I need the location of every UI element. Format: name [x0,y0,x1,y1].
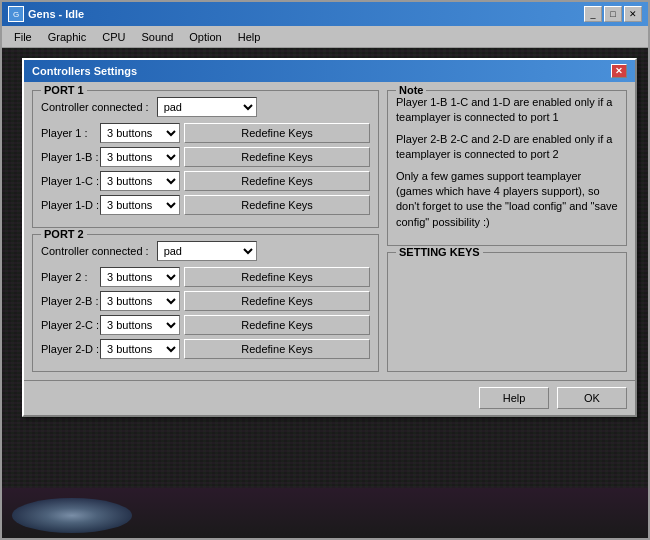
port1-player1c-select[interactable]: 3 buttons 6 buttons none [100,171,180,191]
menu-option[interactable]: Option [181,30,229,44]
port2-player2b-redefine-button[interactable]: Redefine Keys [184,291,370,311]
title-buttons: _ □ ✕ [584,6,642,22]
port1-player1-select[interactable]: 3 buttons 6 buttons none [100,123,180,143]
menu-file[interactable]: File [6,30,40,44]
menu-sound[interactable]: Sound [134,30,182,44]
port1-connected-row: Controller connected : pad teamplayer no… [41,97,370,117]
dialog-close-button[interactable]: ✕ [611,64,627,78]
port1-player1c-row: Player 1-C : 3 buttons 6 buttons none Re… [41,171,370,191]
port1-legend: PORT 1 [41,84,87,96]
note-paragraph-3: Only a few games support teamplayer (gam… [396,169,618,231]
note-content: Player 1-B 1-C and 1-D are enabled only … [396,95,618,230]
port2-player2c-redefine-button[interactable]: Redefine Keys [184,315,370,335]
title-bar: G Gens - Idle _ □ ✕ [2,2,648,26]
port2-player2d-row: Player 2-D : 3 buttons 6 buttons none Re… [41,339,370,359]
dialog-footer: Help OK [24,380,635,415]
port2-player2-row: Player 2 : 3 buttons 6 buttons none Rede… [41,267,370,287]
bottom-graphic [12,498,132,533]
port1-player1-label: Player 1 : [41,127,96,139]
menu-help[interactable]: Help [230,30,269,44]
port1-player1b-row: Player 1-B : 3 buttons 6 buttons none Re… [41,147,370,167]
main-area: Controllers Settings ✕ PORT 1 Controller… [2,48,648,538]
port2-player2-label: Player 2 : [41,271,96,283]
port2-player2b-label: Player 2-B : [41,295,96,307]
port1-player1b-label: Player 1-B : [41,151,96,163]
dialog-body: PORT 1 Controller connected : pad teampl… [24,82,635,380]
port2-player2b-row: Player 2-B : 3 buttons 6 buttons none Re… [41,291,370,311]
port1-player1b-redefine-button[interactable]: Redefine Keys [184,147,370,167]
port1-player1-redefine-button[interactable]: Redefine Keys [184,123,370,143]
port1-player1b-select[interactable]: 3 buttons 6 buttons none [100,147,180,167]
bottom-strip [2,488,648,538]
window-title: Gens - Idle [28,8,84,20]
port1-player1c-redefine-button[interactable]: Redefine Keys [184,171,370,191]
close-window-button[interactable]: ✕ [624,6,642,22]
port2-legend: PORT 2 [41,228,87,240]
controllers-settings-dialog: Controllers Settings ✕ PORT 1 Controller… [22,58,637,417]
port2-player2c-select[interactable]: 3 buttons 6 buttons none [100,315,180,335]
port2-controller-select[interactable]: pad teamplayer none [157,241,257,261]
port1-player1d-redefine-button[interactable]: Redefine Keys [184,195,370,215]
right-panel: Note Player 1-B 1-C and 1-D are enabled … [387,90,627,372]
window-frame: G Gens - Idle _ □ ✕ File Graphic CPU Sou… [0,0,650,540]
port1-player1-row: Player 1 : 3 buttons 6 buttons none Rede… [41,123,370,143]
title-bar-left: G Gens - Idle [8,6,84,22]
port2-connected-row: Controller connected : pad teamplayer no… [41,241,370,261]
port2-player2-select[interactable]: 3 buttons 6 buttons none [100,267,180,287]
ok-button[interactable]: OK [557,387,627,409]
note-box: Note Player 1-B 1-C and 1-D are enabled … [387,90,627,246]
app-icon: G [8,6,24,22]
port2-player2b-select[interactable]: 3 buttons 6 buttons none [100,291,180,311]
port2-connected-label: Controller connected : [41,245,149,257]
port1-controller-select[interactable]: pad teamplayer none [157,97,257,117]
port2-player2c-label: Player 2-C : [41,319,96,331]
menu-bar: File Graphic CPU Sound Option Help [2,26,648,48]
menu-cpu[interactable]: CPU [94,30,133,44]
port2-player2d-select[interactable]: 3 buttons 6 buttons none [100,339,180,359]
left-panel: PORT 1 Controller connected : pad teampl… [32,90,379,372]
setting-keys-legend: SETTING KEYS [396,246,483,258]
port1-player1c-label: Player 1-C : [41,175,96,187]
minimize-button[interactable]: _ [584,6,602,22]
dialog-title-bar: Controllers Settings ✕ [24,60,635,82]
port2-player2d-label: Player 2-D : [41,343,96,355]
setting-keys-box: SETTING KEYS [387,252,627,372]
note-legend: Note [396,84,426,96]
port1-connected-label: Controller connected : [41,101,149,113]
port1-group: PORT 1 Controller connected : pad teampl… [32,90,379,228]
port2-player2c-row: Player 2-C : 3 buttons 6 buttons none Re… [41,315,370,335]
port2-player2-redefine-button[interactable]: Redefine Keys [184,267,370,287]
maximize-button[interactable]: □ [604,6,622,22]
help-button[interactable]: Help [479,387,549,409]
port2-group: PORT 2 Controller connected : pad teampl… [32,234,379,372]
port1-player1d-label: Player 1-D : [41,199,96,211]
port1-player1d-row: Player 1-D : 3 buttons 6 buttons none Re… [41,195,370,215]
port2-player2d-redefine-button[interactable]: Redefine Keys [184,339,370,359]
port1-player1d-select[interactable]: 3 buttons 6 buttons none [100,195,180,215]
note-paragraph-2: Player 2-B 2-C and 2-D are enabled only … [396,132,618,163]
note-paragraph-1: Player 1-B 1-C and 1-D are enabled only … [396,95,618,126]
dialog-title-text: Controllers Settings [32,65,137,77]
menu-graphic[interactable]: Graphic [40,30,95,44]
